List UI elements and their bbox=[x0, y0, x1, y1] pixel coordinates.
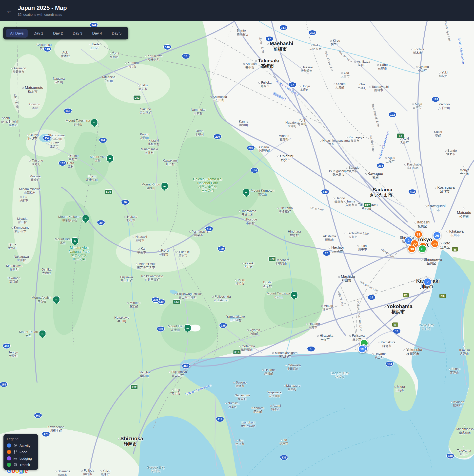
map-marker-food-28[interactable]: 28 bbox=[431, 239, 439, 248]
map-marker-food-31[interactable]: 31 bbox=[414, 230, 423, 238]
map-base-art bbox=[0, 0, 474, 476]
app-header: ← Japan 2025 - Map 32 locations with coo… bbox=[0, 0, 474, 21]
page-subtitle: 32 locations with coordinates bbox=[18, 13, 67, 17]
tab-all-days[interactable]: All Days bbox=[6, 29, 28, 37]
legend-label: Food bbox=[20, 450, 27, 454]
legend-label: Lodging bbox=[20, 457, 32, 460]
legend-row-transit: Transit bbox=[7, 463, 35, 467]
day-filter-bar: All DaysDay 1Day 2Day 3Day 4Day 5 bbox=[3, 27, 128, 39]
tab-day-4[interactable]: Day 4 bbox=[88, 29, 106, 37]
map-marker-activity-29[interactable]: 29 bbox=[433, 231, 441, 240]
map-legend: Legend Activity Food Lodging bbox=[3, 434, 38, 470]
legend-label: Transit bbox=[20, 463, 30, 467]
transit-color-swatch bbox=[7, 463, 11, 467]
bed-icon bbox=[13, 457, 17, 460]
map-marker-transit-6[interactable]: 6 bbox=[418, 245, 427, 253]
map-marker-activity-2[interactable]: 2 bbox=[423, 278, 432, 286]
tab-day-1[interactable]: Day 1 bbox=[30, 29, 47, 37]
utensils-icon bbox=[13, 450, 17, 454]
tab-day-3[interactable]: Day 3 bbox=[69, 29, 86, 37]
legend-row-activity: Activity bbox=[7, 443, 35, 448]
map-canvas[interactable]: SakakiChikuhoku筑北村Aoki青木村Ueda上田市Tomi東御市K… bbox=[0, 0, 474, 476]
tab-day-2[interactable]: Day 2 bbox=[49, 29, 67, 37]
legend-title: Legend bbox=[7, 437, 35, 441]
legend-label: Activity bbox=[20, 444, 30, 448]
tab-day-5[interactable]: Day 5 bbox=[108, 29, 125, 37]
page-title: Japan 2025 - Map bbox=[18, 5, 67, 11]
train-icon bbox=[13, 463, 17, 467]
pin-icon bbox=[13, 444, 17, 448]
back-button[interactable]: ← bbox=[4, 6, 14, 16]
food-color-swatch bbox=[7, 450, 11, 454]
legend-row-lodging: Lodging bbox=[7, 456, 35, 460]
activity-color-swatch bbox=[7, 443, 11, 448]
legend-row-food: Food bbox=[7, 450, 35, 454]
map-marker-food-30[interactable]: 30 bbox=[408, 245, 416, 253]
map-marker-activity-15[interactable]: 15 bbox=[358, 345, 366, 353]
lodging-color-swatch bbox=[7, 456, 11, 460]
map-app: SakakiChikuhoku筑北村Aoki青木村Ueda上田市Tomi東御市K… bbox=[0, 0, 474, 476]
